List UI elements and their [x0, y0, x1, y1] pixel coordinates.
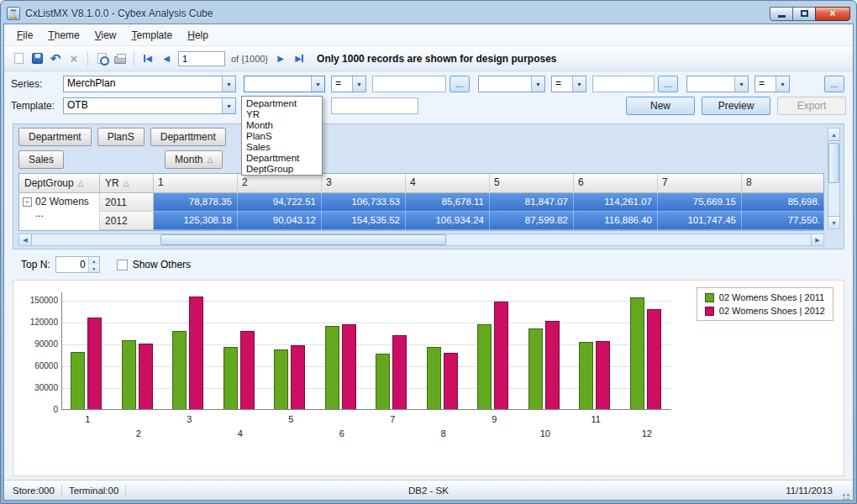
- column-header[interactable]: 4: [406, 174, 490, 193]
- dropdown-item-plans[interactable]: PlanS: [242, 130, 322, 141]
- dropdown-item-deptgroup[interactable]: DeptGroup: [242, 163, 322, 174]
- maximize-button[interactable]: [792, 7, 816, 21]
- column-header[interactable]: 1: [154, 174, 238, 193]
- data-cell[interactable]: 78,878.35: [154, 193, 238, 212]
- series-filter3-browse-button[interactable]: ...: [824, 76, 844, 92]
- dropdown-item-sales[interactable]: Sales: [242, 141, 322, 152]
- chevron-down-icon[interactable]: ▼: [222, 98, 235, 113]
- data-cell[interactable]: 94,722.51: [238, 193, 322, 212]
- menu-file[interactable]: File: [9, 27, 40, 44]
- undo-button[interactable]: ↶: [47, 50, 64, 67]
- chevron-down-icon[interactable]: ▼: [776, 76, 789, 92]
- vertical-scroll-thumb[interactable]: [828, 143, 839, 183]
- data-cell[interactable]: 85,678.11: [406, 193, 490, 212]
- chevron-down-icon[interactable]: ▼: [311, 76, 324, 92]
- menu-view[interactable]: View: [87, 27, 124, 44]
- menu-help[interactable]: Help: [180, 27, 216, 44]
- chevron-down-icon[interactable]: ▼: [572, 76, 586, 92]
- new-template-button[interactable]: New: [626, 97, 695, 115]
- data-cell[interactable]: 75,669.15: [658, 193, 742, 212]
- topn-input[interactable]: [56, 257, 88, 272]
- data-cell[interactable]: 106,934.24: [406, 212, 490, 230]
- dropdown-item-yr[interactable]: YR: [242, 108, 322, 119]
- vertical-scrollbar[interactable]: ▲ ▼: [828, 128, 840, 229]
- template-combo[interactable]: OTB ▼: [63, 97, 236, 114]
- chevron-down-icon[interactable]: ▼: [734, 76, 748, 92]
- field-button-plans[interactable]: PlanS: [97, 128, 145, 146]
- series-filter2-value-input[interactable]: [592, 76, 655, 92]
- data-cell[interactable]: 154,535.52: [322, 212, 406, 230]
- template-name-input[interactable]: [331, 97, 418, 114]
- column-header[interactable]: 3: [322, 174, 406, 193]
- show-others-checkbox[interactable]: [117, 260, 128, 270]
- record-number-input[interactable]: [178, 51, 225, 66]
- data-cell[interactable]: 77,550.: [742, 212, 823, 230]
- series-filter1-value-input[interactable]: [372, 76, 446, 92]
- spin-up-button[interactable]: ▲: [89, 257, 99, 265]
- preview-button[interactable]: Preview: [702, 97, 770, 115]
- data-cell[interactable]: 85,698.: [742, 193, 823, 212]
- field-button-department[interactable]: Department: [18, 128, 92, 146]
- column-header[interactable]: 7: [658, 174, 742, 193]
- previous-record-button[interactable]: ◀: [158, 50, 175, 67]
- chevron-down-icon[interactable]: ▼: [352, 76, 365, 92]
- series-filter2-operator-combo[interactable]: = ▼: [551, 76, 586, 92]
- collapse-icon[interactable]: −: [23, 197, 32, 207]
- year-cell[interactable]: 2011: [100, 193, 154, 212]
- close-button[interactable]: ×: [815, 7, 850, 21]
- field-button-departtment[interactable]: Departtment: [150, 128, 226, 146]
- series-filter3-field-combo[interactable]: ▼: [686, 76, 749, 92]
- year-cell[interactable]: 2012: [100, 212, 154, 230]
- data-cell[interactable]: 87,599.82: [490, 212, 574, 230]
- spin-down-button[interactable]: ▼: [89, 265, 99, 272]
- series-filter3-operator-combo[interactable]: = ▼: [754, 76, 790, 92]
- horizontal-scroll-thumb[interactable]: [160, 234, 446, 245]
- data-cell[interactable]: 125,308.18: [154, 212, 238, 230]
- data-cell[interactable]: 81,847.07: [490, 193, 574, 212]
- next-record-button[interactable]: ▶: [272, 50, 289, 67]
- first-record-button[interactable]: ◀: [139, 50, 156, 67]
- print-preview-button[interactable]: [93, 50, 110, 67]
- last-record-button[interactable]: ▶: [291, 50, 308, 67]
- column-header[interactable]: 6: [574, 174, 658, 193]
- scroll-up-button[interactable]: ▲: [828, 129, 839, 141]
- series-filter1-browse-button[interactable]: ...: [450, 76, 470, 92]
- row-group-cell[interactable]: − 02 Womens ...: [19, 193, 100, 230]
- dropdown-item-departtment[interactable]: Departtment: [242, 152, 322, 163]
- chevron-down-icon[interactable]: ▼: [531, 76, 544, 92]
- series-filter1-field-combo[interactable]: ▼: [244, 76, 325, 92]
- menu-template[interactable]: Template: [124, 27, 181, 44]
- field-button-month[interactable]: Month △: [165, 150, 223, 169]
- dropdown-item-department[interactable]: Department: [242, 97, 322, 108]
- column-header[interactable]: 2: [238, 174, 322, 193]
- field-button-sales[interactable]: Sales: [18, 150, 64, 169]
- horizontal-scrollbar[interactable]: ◀ ▶: [18, 234, 824, 246]
- row-field-yr[interactable]: YR △: [100, 174, 154, 193]
- delete-button[interactable]: ×: [66, 50, 82, 67]
- scroll-down-button[interactable]: ▼: [828, 216, 839, 228]
- data-cell[interactable]: 101,747.45: [658, 212, 742, 230]
- series-filter2-browse-button[interactable]: ...: [658, 76, 678, 92]
- chevron-down-icon[interactable]: ▼: [222, 76, 235, 92]
- export-button[interactable]: Export: [777, 97, 846, 115]
- topn-spinner[interactable]: ▲ ▼: [55, 256, 100, 273]
- scroll-left-button[interactable]: ◀: [19, 234, 32, 245]
- dropdown-item-month[interactable]: Month: [242, 119, 322, 130]
- column-header[interactable]: 5: [490, 174, 574, 193]
- menu-theme[interactable]: Theme: [40, 27, 87, 44]
- scroll-right-button[interactable]: ▶: [811, 234, 823, 245]
- series-filter2-field-combo[interactable]: ▼: [478, 76, 545, 92]
- save-button[interactable]: [29, 50, 45, 67]
- title-bar[interactable]: ⌛ CxListMX V8.1.0.0 - Cybex Analysis Cub…: [3, 3, 854, 24]
- data-cell[interactable]: 106,733.53: [322, 193, 406, 212]
- print-button[interactable]: [112, 50, 129, 67]
- data-cell[interactable]: 116,886.40: [574, 212, 658, 230]
- data-cell[interactable]: 114,261.07: [574, 193, 658, 212]
- resize-grip[interactable]: [847, 494, 849, 496]
- column-header[interactable]: 8: [742, 174, 823, 193]
- row-field-deptgroup[interactable]: DeptGroup △: [19, 174, 100, 193]
- data-cell[interactable]: 90,043.12: [238, 212, 322, 230]
- new-button[interactable]: [10, 50, 27, 67]
- series-field-combo[interactable]: MerchPlan ▼: [63, 76, 236, 92]
- minimize-button[interactable]: [770, 7, 793, 21]
